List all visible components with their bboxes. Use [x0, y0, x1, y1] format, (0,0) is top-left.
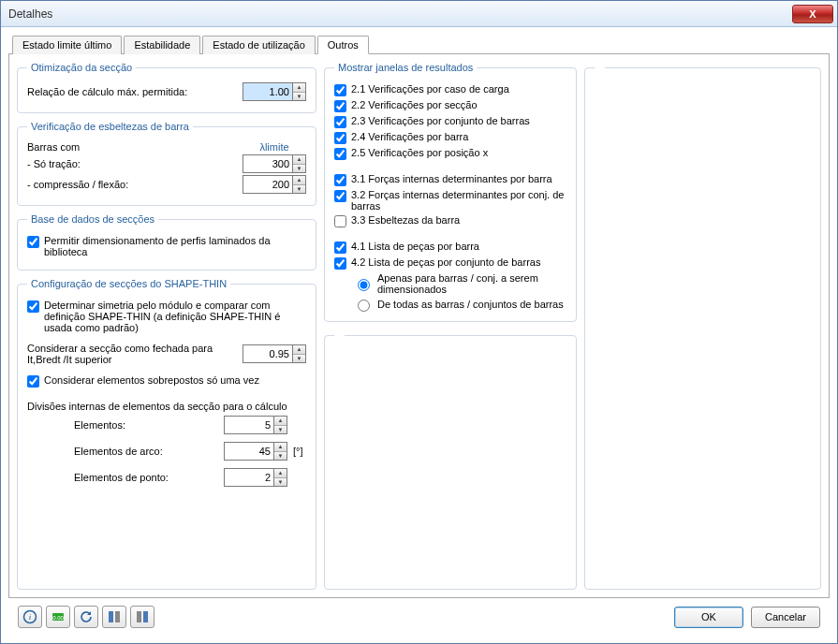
refresh-icon [79, 609, 94, 624]
chk-r42[interactable]: 4.2 Lista de peças por conjunto de barra… [334, 256, 566, 270]
closed-ratio-spinner[interactable]: ▲▼ [243, 344, 306, 363]
tension-spinner[interactable]: ▲▼ [243, 154, 306, 173]
spin-down-icon[interactable]: ▼ [293, 185, 305, 194]
chk-r21[interactable]: 2.1 Verificações por caso de carga [334, 83, 566, 96]
svg-rect-5 [115, 611, 120, 622]
arc-label: Elementos de arco: [74, 446, 218, 457]
spin-down-icon[interactable]: ▼ [274, 478, 287, 487]
tab-others[interactable]: Outros [317, 36, 369, 54]
chk-r25[interactable]: 2.5 Verificações por posição x [334, 147, 566, 160]
divisions-header: Divisões internas de elementos da secção… [27, 401, 306, 412]
content-area: Estado limite último Estabilidade Estado… [1, 27, 837, 643]
allow-rolled-label: Permitir dimensionamento de perfis lamin… [44, 235, 306, 257]
spin-up-icon[interactable]: ▲ [274, 417, 287, 426]
preset1-icon [107, 609, 122, 624]
ok-button[interactable]: OK [674, 607, 743, 628]
compression-label: - compressão / flexão: [27, 179, 237, 190]
elements-spinner[interactable]: ▲▼ [224, 416, 287, 434]
spin-up-icon[interactable]: ▲ [274, 469, 287, 478]
footer-toolbar: i 0.00 [18, 606, 154, 628]
chk-r33[interactable]: 3.3 Esbeltezas da barra [334, 214, 566, 227]
overlap-label: Considerar elementos sobrepostos só uma … [44, 374, 306, 386]
arc-input[interactable] [224, 442, 274, 461]
spin-up-icon[interactable]: ▲ [293, 345, 305, 355]
tension-input[interactable] [243, 154, 293, 173]
group-database: Base de dados de secções Permitir dimens… [17, 213, 316, 271]
chk-r23[interactable]: 2.3 Verificações por conjunto de barras [334, 115, 566, 128]
group-results: Mostrar janelas de resultados 2.1 Verifi… [324, 62, 577, 322]
right-column [584, 62, 821, 590]
symmetry-label: Determinar simetria pelo módulo e compar… [44, 300, 306, 333]
cancel-button[interactable]: Cancelar [751, 607, 820, 628]
spin-up-icon[interactable]: ▲ [293, 83, 305, 93]
help-icon: i [22, 609, 37, 624]
group-database-legend: Base de dados de secções [27, 213, 158, 225]
closed-ratio-input[interactable] [243, 344, 293, 363]
compression-input[interactable] [243, 175, 293, 194]
tab-sls[interactable]: Estado de utilização [202, 36, 315, 54]
close-button[interactable]: X [792, 5, 833, 23]
chk-r31[interactable]: 3.1 Forças internas determinantes por ba… [334, 173, 566, 186]
arc-spinner[interactable]: ▲▼ [224, 442, 287, 461]
group-mid-empty [324, 329, 577, 590]
chk-r22[interactable]: 2.2 Verificações por secção [334, 99, 566, 112]
spin-down-icon[interactable]: ▼ [293, 93, 305, 101]
units-icon: 0.00 [51, 609, 66, 624]
preset2-button[interactable] [130, 606, 154, 628]
refresh-button[interactable] [74, 606, 98, 628]
tab-stability[interactable]: Estabilidade [124, 36, 200, 54]
group-right-empty-legend [595, 62, 605, 73]
allow-rolled-checkbox[interactable]: Permitir dimensionamento de perfis lamin… [27, 235, 306, 257]
max-ratio-input[interactable] [243, 82, 293, 101]
spin-up-icon[interactable]: ▲ [293, 176, 305, 185]
spin-down-icon[interactable]: ▼ [293, 355, 305, 363]
group-slenderness-legend: Verificação de esbeltezas de barra [27, 121, 193, 132]
elements-input[interactable] [224, 416, 274, 434]
overlap-checkbox[interactable]: Considerar elementos sobrepostos só uma … [27, 374, 306, 388]
chk-r32[interactable]: 3.2 Forças internas determinantes por co… [334, 189, 566, 212]
allow-rolled-input[interactable] [27, 236, 39, 248]
group-optimization: Otimização da secção Relação de cálculo … [17, 62, 316, 113]
group-shapethin-legend: Configuração de secções do SHAPE-THIN [27, 278, 230, 289]
bars-with-label: Barras com [27, 141, 237, 153]
svg-rect-4 [109, 611, 113, 622]
help-button[interactable]: i [18, 606, 42, 628]
spin-up-icon[interactable]: ▲ [293, 155, 305, 165]
chk-r24[interactable]: 2.4 Verificações por barra [334, 131, 566, 144]
elements-label: Elementos: [74, 419, 218, 431]
titlebar: Detalhes X [1, 1, 837, 27]
preset2-icon [135, 609, 150, 624]
group-slenderness: Verificação de esbeltezas de barra Barra… [17, 121, 316, 206]
max-ratio-label: Relação de cálculo máx. permitida: [27, 86, 237, 97]
symmetry-input[interactable] [27, 300, 39, 313]
tension-label: - Só tração: [27, 158, 237, 169]
overlap-input[interactable] [27, 375, 39, 388]
group-right-empty [584, 62, 821, 590]
tab-body: Otimização da secção Relação de cálculo … [8, 54, 830, 598]
symmetry-checkbox[interactable]: Determinar simetria pelo módulo e compar… [27, 300, 306, 333]
mid-column: Mostrar janelas de resultados 2.1 Verifi… [324, 62, 577, 590]
footer: i 0.00 OK Cancelar [8, 598, 830, 636]
units-button[interactable]: 0.00 [46, 606, 70, 628]
spin-up-icon[interactable]: ▲ [274, 443, 287, 452]
dialog-window: Detalhes X Estado limite último Estabili… [0, 0, 838, 644]
lambda-header: λlimite [243, 141, 306, 153]
arc-unit: [°] [293, 446, 306, 457]
svg-text:i: i [29, 612, 32, 622]
spin-down-icon[interactable]: ▼ [274, 452, 287, 461]
spin-down-icon[interactable]: ▼ [274, 426, 287, 434]
tab-uls[interactable]: Estado limite último [12, 36, 122, 54]
left-column: Otimização da secção Relação de cálculo … [17, 62, 316, 590]
point-spinner[interactable]: ▲▼ [224, 468, 287, 487]
chk-r41[interactable]: 4.1 Lista de peças por barra [334, 241, 566, 254]
closed-section-label: Considerar a secção como fechada para It… [27, 343, 237, 365]
radio-only-designed[interactable]: Apenas para barras / conj. a serem dimen… [353, 272, 566, 295]
point-input[interactable] [224, 468, 274, 487]
compression-spinner[interactable]: ▲▼ [243, 175, 306, 194]
close-icon: X [809, 8, 816, 20]
max-ratio-spinner[interactable]: ▲▼ [243, 82, 306, 101]
radio-all-members[interactable]: De todas as barras / conjuntos de barras [353, 297, 566, 312]
spin-down-icon[interactable]: ▼ [293, 165, 305, 173]
preset1-button[interactable] [102, 606, 126, 628]
group-mid-empty-legend [334, 329, 345, 341]
